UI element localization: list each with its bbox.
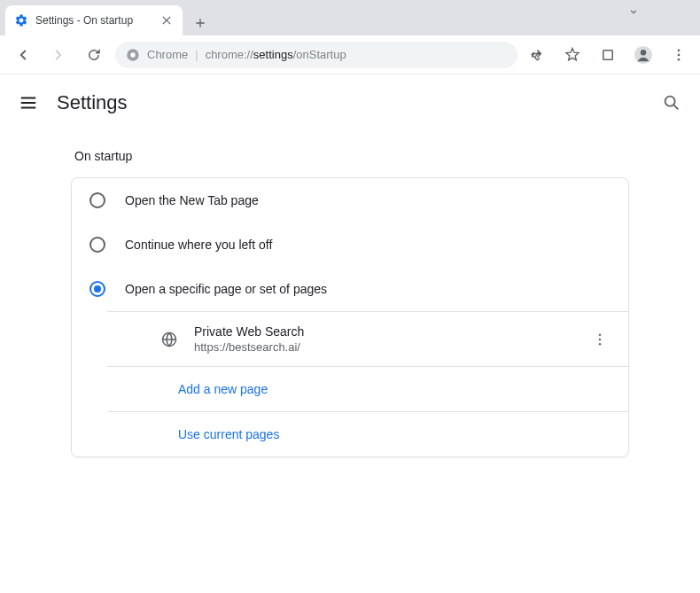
address-bar[interactable]: Chrome | chrome://settings/onStartup (115, 42, 517, 68)
page-more-button[interactable] (589, 329, 611, 350)
svg-point-3 (130, 52, 135, 57)
back-button[interactable] (9, 41, 37, 69)
new-tab-button[interactable] (188, 11, 213, 35)
gear-icon (14, 13, 28, 27)
radio-specific-pages[interactable]: Open a specific page or set of pages (72, 267, 628, 311)
svg-point-9 (678, 58, 681, 60)
svg-point-7 (678, 49, 681, 51)
add-page-link[interactable]: Add a new page (178, 382, 268, 396)
radio-icon (89, 237, 105, 253)
radio-new-tab[interactable]: Open the New Tab page (72, 178, 628, 222)
startup-page-row: Private Web Search https://bestsearch.ai… (107, 311, 628, 366)
window-chevron-down-icon[interactable] (627, 5, 640, 21)
forward-button[interactable] (44, 41, 73, 69)
svg-point-14 (599, 343, 601, 345)
startup-page-url: https://bestsearch.ai/ (194, 340, 573, 354)
radio-continue[interactable]: Continue where you left off (72, 222, 628, 267)
hamburger-menu-button[interactable] (18, 92, 39, 113)
tab-title: Settings - On startup (35, 14, 152, 27)
browser-toolbar: Chrome | chrome://settings/onStartup (0, 35, 700, 74)
bookmark-icon[interactable] (560, 43, 585, 67)
share-icon[interactable] (525, 43, 549, 67)
radio-icon (89, 281, 105, 297)
section-heading: On startup (71, 131, 629, 177)
svg-point-12 (599, 333, 601, 335)
startup-page-name: Private Web Search (194, 324, 573, 339)
svg-point-10 (665, 97, 675, 106)
profile-avatar[interactable] (631, 43, 656, 67)
add-page-row[interactable]: Add a new page (107, 366, 628, 411)
settings-page: Settings On startup Open the New Tab pag… (0, 74, 700, 457)
close-tab-button[interactable] (159, 13, 174, 27)
extensions-icon[interactable] (595, 43, 620, 67)
svg-point-13 (599, 338, 601, 339)
svg-point-6 (641, 50, 646, 55)
page-title: Settings (57, 91, 643, 114)
reload-button[interactable] (80, 41, 108, 69)
globe-icon (160, 331, 178, 348)
svg-point-8 (678, 53, 681, 56)
search-button[interactable] (661, 92, 682, 113)
chrome-icon (126, 48, 140, 62)
use-current-row[interactable]: Use current pages (107, 411, 628, 456)
startup-options-card: Open the New Tab page Continue where you… (71, 177, 629, 457)
menu-icon[interactable] (666, 43, 691, 67)
url-text: Chrome | chrome://settings/onStartup (147, 48, 346, 61)
use-current-link[interactable]: Use current pages (178, 427, 279, 441)
tab-strip: Settings - On startup (0, 0, 700, 35)
radio-icon (89, 192, 105, 208)
browser-tab[interactable]: Settings - On startup (5, 5, 183, 35)
svg-rect-4 (603, 50, 613, 59)
